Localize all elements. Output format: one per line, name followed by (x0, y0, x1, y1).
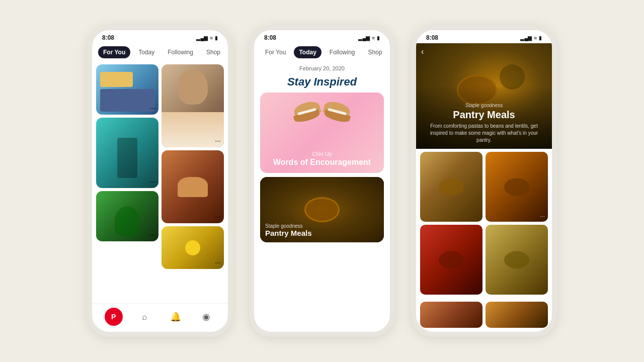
grid-cell-curry[interactable]: ··· (486, 152, 548, 222)
masonry-grid: ··· ··· ··· ··· ··· · (92, 62, 228, 303)
notifications-btn[interactable]: 🔔 (167, 308, 185, 326)
tab-shop-2[interactable]: Shop (363, 46, 387, 58)
signal-icon-3: ▂▄▆ (520, 35, 532, 41)
soup-bowl-visual (304, 197, 340, 222)
pin-tacos[interactable]: ··· (162, 150, 224, 223)
today-content: February 20, 2020 Stay Inspired Chin Up … (254, 62, 390, 332)
food-grid: ··· (416, 152, 552, 299)
pinterest-home-btn[interactable]: P (105, 308, 123, 326)
grid-dots-curry: ··· (540, 213, 545, 220)
hero-sublabel: Staple goodness (424, 103, 544, 108)
hero-text-block: Staple goodness Pantry Meals From comfor… (416, 103, 552, 144)
soup-sublabel: Staple goodness (265, 223, 379, 229)
back-button[interactable]: ‹ (421, 47, 424, 56)
wifi-icon-3: ≈ (534, 35, 537, 41)
dots-plant: ··· (149, 231, 155, 239)
fortune-sublabel: Chin Up (312, 151, 332, 157)
pin-portrait[interactable]: ··· (162, 64, 224, 147)
dots-tacos: ··· (215, 213, 221, 221)
tab-for-you-1[interactable]: For You (98, 46, 130, 58)
hero-desc: From comforting pastas to beans and lent… (424, 123, 544, 144)
tab-for-you-2[interactable]: For You (260, 46, 291, 58)
signal-icon-2: ▂▄▆ (358, 35, 370, 41)
profile-icon: ◉ (202, 311, 210, 322)
pin-fashion[interactable]: ··· (96, 118, 158, 188)
battery-icon: ▮ (215, 35, 218, 41)
pin-interior[interactable]: ··· (96, 64, 158, 115)
tab-today-2[interactable]: Today (294, 46, 321, 58)
grid-cell-tomato[interactable] (420, 225, 482, 295)
detail-content: ‹ Staple goodness Pantry Meals From comf… (416, 43, 552, 332)
dots-portrait: ··· (215, 137, 221, 145)
time-1: 8:08 (102, 34, 114, 41)
bottom-row (416, 302, 552, 332)
tab-today-1[interactable]: Today (133, 46, 159, 58)
tab-nav-1: For You Today Following Shop Kitcl (92, 43, 228, 62)
wifi-icon-2: ≈ (372, 35, 375, 41)
soup-card[interactable]: Staple goodness Pantry Meals (260, 177, 384, 242)
wifi-icon: ≈ (210, 35, 213, 41)
col-left: ··· ··· ··· (96, 64, 158, 303)
grid-cell-pasta[interactable] (420, 152, 482, 222)
fortune-card[interactable]: Chin Up Words of Encouragement (260, 93, 384, 173)
search-icon: ⌕ (142, 312, 147, 322)
phone-1: 8:08 ▂▄▆ ≈ ▮ For You Today Following Sho… (87, 25, 233, 337)
status-bar-2: 8:08 ▂▄▆ ≈ ▮ (254, 30, 390, 43)
pin-yellow[interactable]: ··· (162, 226, 224, 269)
status-icons-3: ▂▄▆ ≈ ▮ (520, 35, 542, 41)
status-bar-3: 8:08 ▂▄▆ ≈ ▮ (416, 30, 552, 43)
phone-3: 8:08 ▂▄▆ ≈ ▮ ‹ Staple goodness Pantry Me… (411, 25, 557, 337)
dots-interior: ··· (149, 105, 155, 113)
tab-following-2[interactable]: Following (325, 46, 360, 58)
title-plain: Stay In (287, 75, 324, 88)
fortune-title: Words of Encouragement (273, 158, 371, 167)
tab-shop-1[interactable]: Shop (201, 46, 225, 58)
pinterest-icon: P (111, 313, 116, 321)
status-icons-1: ▂▄▆ ≈ ▮ (196, 35, 218, 41)
tab-nav-2: For You Today Following Shop Kitcl (254, 43, 390, 62)
status-icons-2: ▂▄▆ ≈ ▮ (358, 35, 380, 41)
today-title: Stay Inspired (287, 75, 357, 88)
bell-icon: 🔔 (170, 311, 181, 322)
tab-following-1[interactable]: Following (163, 46, 198, 58)
dots-fashion: ··· (149, 178, 155, 186)
profile-btn[interactable]: ◉ (197, 308, 215, 326)
dots-yellow: ··· (215, 259, 221, 267)
title-italic: spired (324, 75, 357, 88)
search-btn[interactable]: ⌕ (135, 308, 153, 326)
time-3: 8:08 (426, 34, 438, 41)
hero-card: ‹ Staple goodness Pantry Meals From comf… (416, 43, 552, 149)
soup-title: Pantry Meals (265, 229, 379, 237)
pin-plant[interactable]: ··· (96, 191, 158, 241)
bottom-nav-1: P ⌕ 🔔 ◉ (92, 303, 228, 332)
grid-cell-noodles[interactable] (486, 225, 548, 295)
battery-icon-2: ▮ (377, 35, 380, 41)
grid-cell-bottom2[interactable] (486, 302, 548, 328)
status-bar-1: 8:08 ▂▄▆ ≈ ▮ (92, 30, 228, 43)
grid-cell-bottom1[interactable] (420, 302, 482, 328)
time-2: 8:08 (264, 34, 276, 41)
battery-icon-3: ▮ (539, 35, 542, 41)
fortune-cookies (294, 103, 350, 121)
hero-title: Pantry Meals (424, 109, 544, 121)
today-date: February 20, 2020 (299, 65, 345, 71)
phone-2: 8:08 ▂▄▆ ≈ ▮ For You Today Following Sho… (249, 25, 395, 337)
col-right: ··· ··· ··· (162, 64, 224, 303)
signal-icon: ▂▄▆ (196, 35, 208, 41)
